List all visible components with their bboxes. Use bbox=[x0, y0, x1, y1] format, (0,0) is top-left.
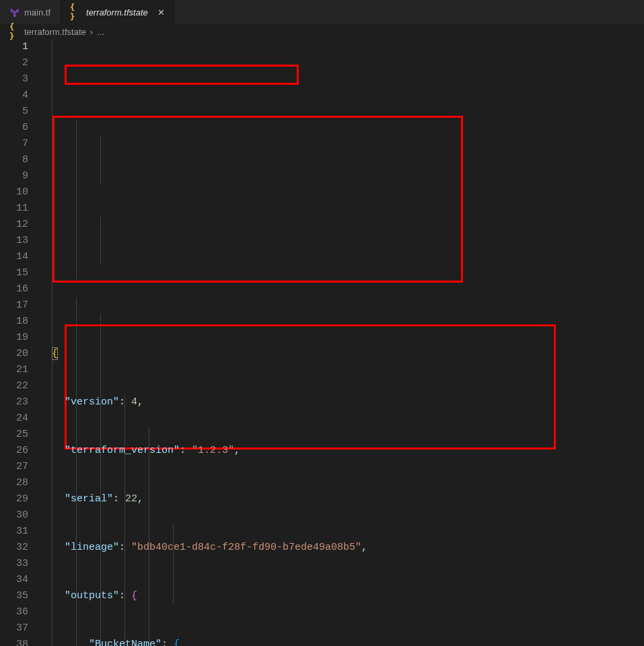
code-line: "terraform_version": "1.2.3", bbox=[40, 443, 644, 459]
breadcrumb-more: ... bbox=[97, 27, 104, 37]
highlight-box bbox=[65, 324, 556, 450]
close-icon[interactable]: ✕ bbox=[157, 7, 165, 17]
tab-bar: main.tf { } terraform.tfstate ✕ bbox=[0, 0, 644, 24]
chevron-right-icon: › bbox=[90, 27, 93, 37]
editor[interactable]: 1 23 45 67 89 1011 1213 1415 1617 1819 2… bbox=[0, 39, 644, 646]
json-icon: { } bbox=[9, 26, 20, 37]
json-icon: { } bbox=[70, 7, 81, 17]
code-line: { bbox=[40, 346, 644, 362]
code-line: "version": 4, bbox=[40, 394, 644, 410]
terraform-icon bbox=[9, 7, 19, 17]
tab-label: main.tf bbox=[24, 7, 50, 17]
tab-label: terraform.tfstate bbox=[86, 7, 148, 17]
code-line: "lineage": "bdb40ce1-d84c-f28f-fd90-b7ed… bbox=[40, 540, 644, 556]
breadcrumb[interactable]: { } terraform.tfstate › ... bbox=[0, 24, 644, 39]
code-line: "serial": 22, bbox=[40, 491, 644, 507]
highlight-box bbox=[52, 116, 463, 283]
code-line: "outputs": { bbox=[40, 588, 644, 604]
tab-main-tf[interactable]: main.tf bbox=[0, 0, 61, 24]
code-line: "BucketName": { bbox=[40, 637, 644, 646]
tab-terraform-tfstate[interactable]: { } terraform.tfstate ✕ bbox=[61, 0, 175, 24]
line-gutter: 1 23 45 67 89 1011 1213 1415 1617 1819 2… bbox=[0, 39, 40, 646]
code-area[interactable]: { "version": 4, "terraform_version": "1.… bbox=[40, 39, 644, 646]
breadcrumb-file: terraform.tfstate bbox=[24, 27, 86, 37]
highlight-box bbox=[65, 65, 299, 85]
